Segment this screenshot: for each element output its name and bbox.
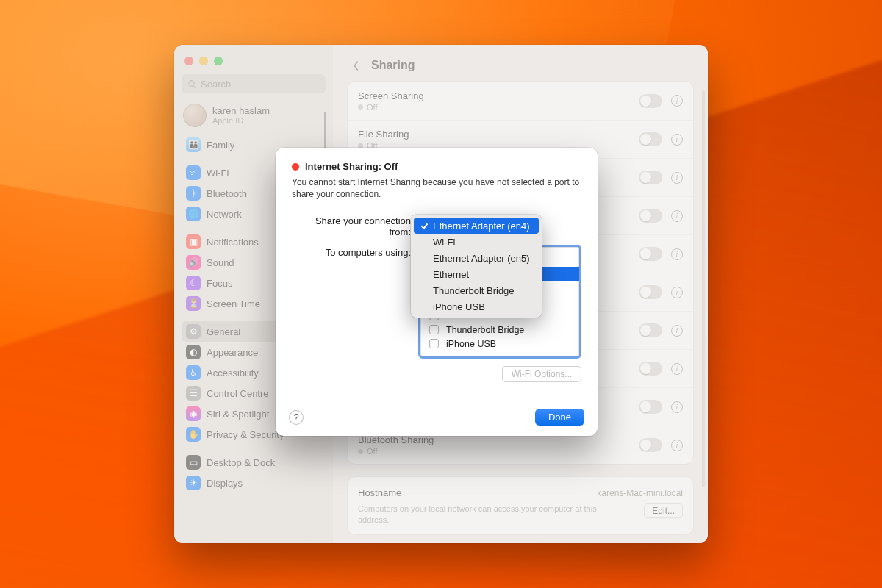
- dropdown-item[interactable]: iPhone USB: [414, 298, 539, 315]
- dropdown-item[interactable]: Ethernet Adapter (en4): [414, 218, 539, 234]
- to-computers-label: To computers using:: [292, 245, 418, 258]
- share-from-dropdown[interactable]: Ethernet Adapter (en4) Wi-Fi Ethernet Ad…: [411, 215, 542, 318]
- checkbox[interactable]: [429, 339, 439, 348]
- done-button[interactable]: Done: [535, 409, 584, 426]
- help-button[interactable]: ?: [289, 410, 304, 425]
- dropdown-item[interactable]: Thunderbolt Bridge: [414, 282, 539, 298]
- check-icon: [420, 222, 429, 230]
- wifi-options-button[interactable]: Wi-Fi Options...: [502, 366, 581, 382]
- list-item[interactable]: iPhone USB: [420, 337, 579, 356]
- status-dot-icon: [292, 163, 299, 171]
- share-from-label: Share your connection from:: [292, 213, 418, 237]
- sheet-title: Internet Sharing: Off: [305, 161, 398, 172]
- list-item[interactable]: Thunderbolt Bridge: [420, 323, 579, 337]
- dropdown-item[interactable]: Ethernet: [414, 266, 539, 282]
- dropdown-item[interactable]: Wi-Fi: [414, 234, 539, 250]
- checkbox[interactable]: [429, 325, 439, 334]
- dropdown-item[interactable]: Ethernet Adapter (en5): [414, 250, 539, 266]
- sheet-description: You cannot start Internet Sharing becaus…: [292, 176, 581, 200]
